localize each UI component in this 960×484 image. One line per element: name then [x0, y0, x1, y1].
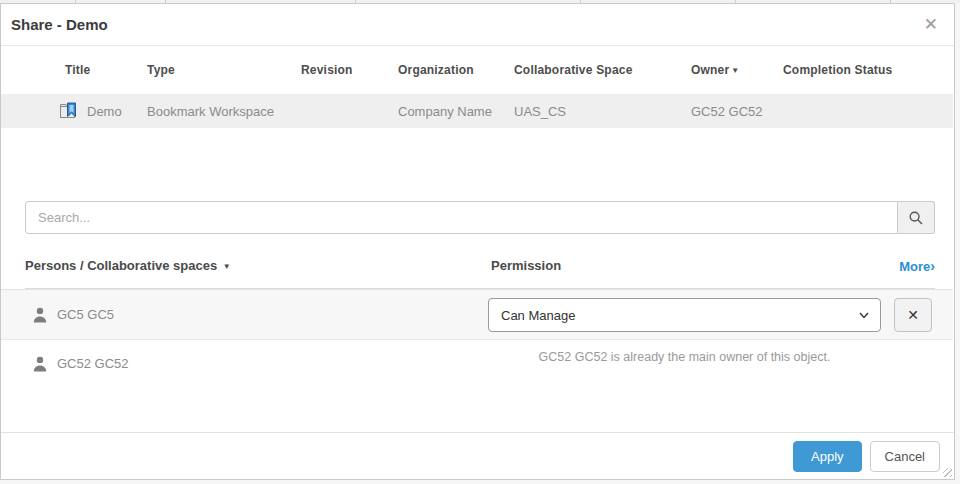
chevron-right-icon: ›: [930, 258, 935, 274]
share-list: GC5 GC5 Can Manage ✕: [1, 289, 953, 387]
column-header-organization[interactable]: Organization: [398, 63, 514, 77]
column-header-type[interactable]: Type: [147, 63, 301, 77]
member-identity: GC52 GC52: [31, 340, 129, 387]
search-icon: [908, 210, 924, 226]
search-button[interactable]: [898, 201, 935, 234]
member-identity: GC5 GC5: [31, 290, 114, 339]
cell-title: Demo: [59, 102, 147, 120]
column-header-owner[interactable]: Owner▼: [691, 63, 783, 77]
column-header-revision[interactable]: Revision: [301, 63, 398, 77]
cell-owner: GC52 GC52: [691, 104, 783, 119]
persons-column-header[interactable]: Persons / Collaborative spaces ▼: [25, 258, 231, 273]
cell-collaborative-space: UAS_CS: [514, 104, 691, 119]
list-item: GC5 GC5 Can Manage ✕: [1, 289, 953, 339]
permission-select[interactable]: Can Manage: [488, 298, 881, 332]
list-item: GC52 GC52 GC52 GC52 is already the main …: [1, 339, 953, 387]
close-button[interactable]: ✕: [920, 12, 942, 37]
cell-organization: Company Name: [398, 104, 514, 119]
share-list-header: Persons / Collaborative spaces ▼ Permiss…: [25, 246, 935, 289]
search-bar: [25, 201, 935, 234]
resize-handle[interactable]: [943, 468, 952, 477]
column-header-title[interactable]: Title: [65, 63, 147, 77]
search-input[interactable]: [25, 201, 898, 234]
apply-button[interactable]: Apply: [793, 441, 862, 472]
cancel-button[interactable]: Cancel: [870, 441, 940, 472]
remove-member-button[interactable]: ✕: [894, 298, 932, 332]
cell-title-text: Demo: [87, 104, 122, 119]
close-icon: ✕: [924, 15, 938, 34]
person-icon: [31, 355, 49, 373]
owner-note: GC52 GC52 is already the main owner of t…: [488, 350, 881, 364]
sort-desc-icon: ▼: [223, 262, 231, 271]
more-link[interactable]: More›: [899, 258, 935, 274]
bookmark-workspace-icon: [59, 102, 79, 120]
dialog-header: Share - Demo ✕: [1, 4, 954, 46]
table-row: Demo Bookmark Workspace Company Name UAS…: [1, 94, 953, 128]
share-dialog: Share - Demo ✕ Title Type Revision Organ…: [0, 3, 955, 480]
permission-column-header: Permission: [491, 258, 561, 273]
member-name: GC52 GC52: [57, 356, 129, 371]
cell-type: Bookmark Workspace: [147, 104, 301, 119]
permission-select-wrap: Can Manage: [488, 298, 881, 332]
dialog-title: Share - Demo: [11, 16, 108, 33]
dialog-footer: Apply Cancel: [1, 432, 954, 479]
screen: Share - Demo ✕ Title Type Revision Organ…: [0, 0, 960, 484]
member-name: GC5 GC5: [57, 307, 114, 322]
column-header-collaborative-space[interactable]: Collaborative Space: [514, 63, 691, 77]
sort-desc-icon: ▼: [731, 66, 739, 75]
object-table-header: Title Type Revision Organization Collabo…: [1, 46, 953, 94]
remove-icon: ✕: [907, 307, 919, 323]
person-icon: [31, 306, 49, 324]
column-header-completion-status[interactable]: Completion Status: [783, 63, 953, 77]
